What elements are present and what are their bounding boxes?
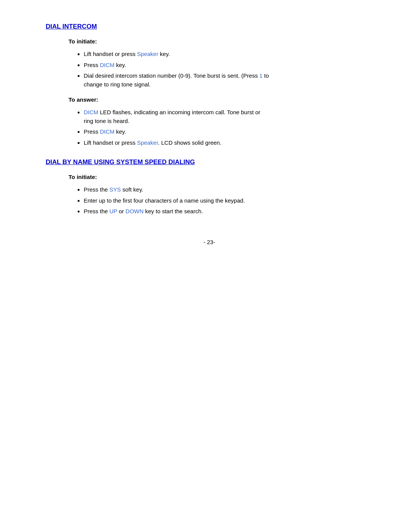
keyword-down: DOWN [126,208,144,214]
page-number: - 23- [46,239,373,245]
section1-title: DIAL INTERCOM [46,23,373,30]
keyword-up: UP [110,208,118,214]
list-item: Dial desired intercom station number (0-… [84,72,373,89]
section1-answer-heading: To answer: [68,96,373,103]
section1-answer-list: DICM LED flashes, indicating an incoming… [84,108,373,147]
list-item: Press DICM key. [84,128,373,136]
text-part: Dial desired intercom station number (0-… [84,72,260,79]
keyword-speaker: Speaker [137,51,158,57]
section2-initiate-list: Press the SYS soft key. Enter up to the … [84,185,373,216]
text-part: Press [84,62,100,68]
list-item: Lift handset or press Speaker key. [84,50,373,59]
keyword-speaker: Speaker [137,139,158,146]
keyword-dicm: DICM [84,109,98,115]
text-part: Lift handset or press [84,139,137,146]
section1-initiate-heading: To initiate: [68,38,373,45]
section-dial-intercom: DIAL INTERCOM To initiate: Lift handset … [46,23,373,147]
section2-initiate-block: To initiate: Press the SYS soft key. Ent… [46,174,373,216]
text-part: key. [158,51,170,57]
keyword-1: 1 [260,72,263,79]
section2-title: DIAL BY NAME USING SYSTEM SPEED DIALING [46,158,373,166]
text-part: Press [84,128,100,135]
list-item: Press the UP or DOWN key to start the se… [84,207,373,216]
text-part: key. [115,128,126,135]
list-item: DICM LED flashes, indicating an incoming… [84,108,373,125]
list-item: Press DICM key. [84,61,373,70]
list-item: Enter up to the first four characters of… [84,197,373,205]
text-part: key. [115,62,126,68]
section1-initiate-list: Lift handset or press Speaker key. Press… [84,50,373,89]
text-part: or [117,208,126,214]
text-part: Press the [84,186,110,193]
text-part: Lift handset or press [84,51,137,57]
text-part: Press the [84,208,110,214]
keyword-sys: SYS [110,186,121,193]
list-item: Press the SYS soft key. [84,185,373,194]
section2-initiate-heading: To initiate: [68,174,373,180]
keyword-dicm: DICM [100,62,115,68]
text-part: LED flashes, indicating an incoming inte… [84,109,260,124]
keyword-dicm: DICM [100,128,115,135]
section-dial-by-name: DIAL BY NAME USING SYSTEM SPEED DIALING … [46,158,373,216]
text-part: soft key. [121,186,143,193]
section1-initiate-block: To initiate: Lift handset or press Speak… [46,38,373,89]
text-part: Enter up to the first four characters of… [84,197,245,204]
section1-answer-block: To answer: DICM LED flashes, indicating … [46,96,373,147]
text-part: key to start the search. [143,208,203,214]
text-part: . LCD shows solid green. [158,139,221,146]
list-item: Lift handset or press Speaker. LCD shows… [84,139,373,147]
